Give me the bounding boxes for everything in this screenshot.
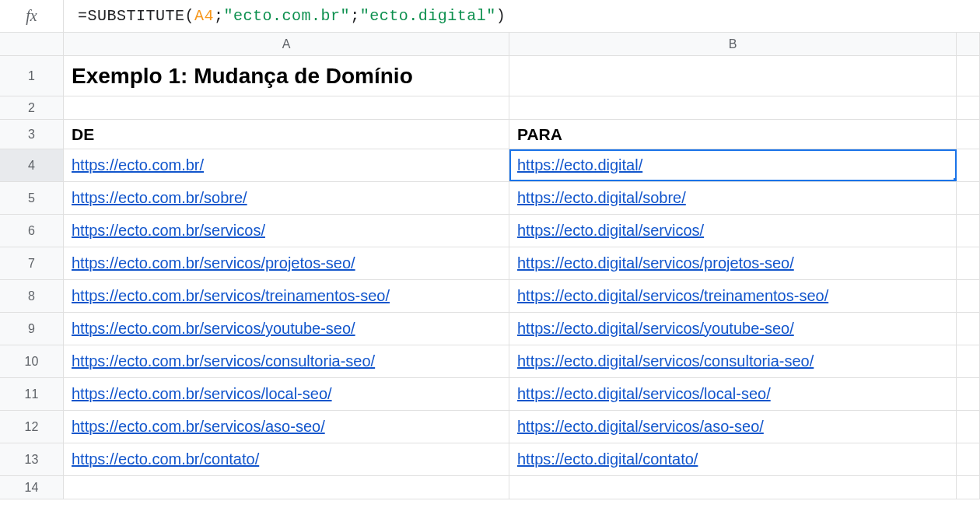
cell-a9[interactable]: https://ecto.com.br/servicos/youtube-seo…: [64, 313, 509, 345]
cell-c2[interactable]: [957, 96, 980, 119]
row-header-13[interactable]: 13: [0, 443, 64, 475]
table-row: 6https://ecto.com.br/servicos/https://ec…: [0, 215, 980, 247]
link[interactable]: https://ecto.com.br/servicos/: [72, 222, 265, 240]
cell-a5[interactable]: https://ecto.com.br/sobre/: [64, 182, 509, 214]
link[interactable]: https://ecto.com.br/servicos/aso-seo/: [72, 418, 325, 436]
cell-b9[interactable]: https://ecto.digital/servicos/youtube-se…: [509, 313, 957, 345]
cell-a14[interactable]: [64, 476, 509, 499]
spreadsheet-grid: A B 1 Exemplo 1: Mudança de Domínio 2 3 …: [0, 33, 980, 499]
link[interactable]: https://ecto.com.br/servicos/projetos-se…: [72, 254, 355, 272]
row-header-8[interactable]: 8: [0, 280, 64, 312]
cell-c4[interactable]: [957, 149, 980, 181]
table-row: 11https://ecto.com.br/servicos/local-seo…: [0, 378, 980, 411]
link[interactable]: https://ecto.com.br/servicos/local-seo/: [72, 385, 332, 403]
column-header-c[interactable]: [957, 33, 980, 55]
row-header-4[interactable]: 4: [0, 149, 64, 181]
cell-c6[interactable]: [957, 215, 980, 247]
link[interactable]: https://ecto.digital/: [517, 156, 642, 174]
link[interactable]: https://ecto.com.br/: [72, 156, 204, 174]
cell-b7[interactable]: https://ecto.digital/servicos/projetos-s…: [509, 247, 957, 279]
row-header-7[interactable]: 7: [0, 247, 64, 279]
table-row: 10https://ecto.com.br/servicos/consultor…: [0, 345, 980, 378]
formula-input[interactable]: =SUBSTITUTE(A4;"ecto.com.br";"ecto.digit…: [64, 7, 980, 25]
cell-c5[interactable]: [957, 182, 980, 214]
cell-c3[interactable]: [957, 120, 980, 149]
cell-a12[interactable]: https://ecto.com.br/servicos/aso-seo/: [64, 411, 509, 443]
cell-b6[interactable]: https://ecto.digital/servicos/: [509, 215, 957, 247]
cell-c1[interactable]: [957, 56, 980, 96]
formula-text: =SUBSTITUTE(A4;"ecto.com.br";"ecto.digit…: [78, 7, 506, 25]
table-row: 5https://ecto.com.br/sobre/https://ecto.…: [0, 182, 980, 215]
cell-c7[interactable]: [957, 247, 980, 279]
row-header-14[interactable]: 14: [0, 476, 64, 499]
link[interactable]: https://ecto.digital/servicos/local-seo/: [517, 385, 771, 403]
table-row: 14: [0, 476, 980, 499]
cell-b10[interactable]: https://ecto.digital/servicos/consultori…: [509, 345, 957, 377]
cell-b14[interactable]: [509, 476, 957, 499]
cell-a8[interactable]: https://ecto.com.br/servicos/treinamento…: [64, 280, 509, 312]
column-header-a[interactable]: A: [64, 33, 509, 55]
cell-c13[interactable]: [957, 443, 980, 475]
table-row: 7https://ecto.com.br/servicos/projetos-s…: [0, 247, 980, 280]
link[interactable]: https://ecto.digital/servicos/aso-seo/: [517, 418, 764, 436]
cell-b11[interactable]: https://ecto.digital/servicos/local-seo/: [509, 378, 957, 410]
cell-a11[interactable]: https://ecto.com.br/servicos/local-seo/: [64, 378, 509, 410]
link[interactable]: https://ecto.com.br/contato/: [72, 450, 259, 468]
cell-c14[interactable]: [957, 476, 980, 499]
cell-c11[interactable]: [957, 378, 980, 410]
table-row: 3 DE PARA: [0, 120, 980, 149]
table-row: 13https://ecto.com.br/contato/https://ec…: [0, 443, 980, 476]
cell-a3[interactable]: DE: [64, 120, 509, 149]
cell-b3[interactable]: PARA: [509, 120, 957, 149]
cell-b13[interactable]: https://ecto.digital/contato/: [509, 443, 957, 475]
link[interactable]: https://ecto.com.br/sobre/: [72, 189, 247, 207]
cell-c9[interactable]: [957, 313, 980, 345]
cell-a10[interactable]: https://ecto.com.br/servicos/consultoria…: [64, 345, 509, 377]
link[interactable]: https://ecto.digital/servicos/: [517, 222, 704, 240]
cell-b12[interactable]: https://ecto.digital/servicos/aso-seo/: [509, 411, 957, 443]
row-header-5[interactable]: 5: [0, 182, 64, 214]
table-row: 1 Exemplo 1: Mudança de Domínio: [0, 56, 980, 96]
cell-b8[interactable]: https://ecto.digital/servicos/treinament…: [509, 280, 957, 312]
cell-a1[interactable]: Exemplo 1: Mudança de Domínio: [64, 56, 509, 96]
formula-bar: fx =SUBSTITUTE(A4;"ecto.com.br";"ecto.di…: [0, 0, 980, 33]
table-row: 2: [0, 96, 980, 120]
link[interactable]: https://ecto.com.br/servicos/consultoria…: [72, 352, 375, 370]
select-all-corner[interactable]: [0, 33, 64, 55]
cell-a13[interactable]: https://ecto.com.br/contato/: [64, 443, 509, 475]
row-header-12[interactable]: 12: [0, 411, 64, 443]
column-headers: A B: [0, 33, 980, 56]
row-header-1[interactable]: 1: [0, 56, 64, 96]
table-row: 4https://ecto.com.br/https://ecto.digita…: [0, 149, 980, 182]
sheet-rows: 1 Exemplo 1: Mudança de Domínio 2 3 DE P…: [0, 56, 980, 499]
row-header-9[interactable]: 9: [0, 313, 64, 345]
link[interactable]: https://ecto.digital/contato/: [517, 450, 698, 468]
cell-a2[interactable]: [64, 96, 509, 119]
cell-b5[interactable]: https://ecto.digital/sobre/: [509, 182, 957, 214]
cell-b2[interactable]: [509, 96, 957, 119]
fx-icon: fx: [0, 0, 64, 32]
link[interactable]: https://ecto.digital/servicos/projetos-s…: [517, 254, 794, 272]
link[interactable]: https://ecto.digital/servicos/consultori…: [517, 352, 814, 370]
link[interactable]: https://ecto.digital/servicos/youtube-se…: [517, 320, 794, 338]
table-row: 8https://ecto.com.br/servicos/treinament…: [0, 280, 980, 313]
cell-a7[interactable]: https://ecto.com.br/servicos/projetos-se…: [64, 247, 509, 279]
row-header-6[interactable]: 6: [0, 215, 64, 247]
cell-c10[interactable]: [957, 345, 980, 377]
link[interactable]: https://ecto.com.br/servicos/treinamento…: [72, 287, 390, 305]
row-header-2[interactable]: 2: [0, 96, 64, 119]
column-header-b[interactable]: B: [509, 33, 957, 55]
link[interactable]: https://ecto.digital/sobre/: [517, 189, 686, 207]
cell-a6[interactable]: https://ecto.com.br/servicos/: [64, 215, 509, 247]
row-header-11[interactable]: 11: [0, 378, 64, 410]
row-header-10[interactable]: 10: [0, 345, 64, 377]
cell-c12[interactable]: [957, 411, 980, 443]
link[interactable]: https://ecto.com.br/servicos/youtube-seo…: [72, 320, 355, 338]
link[interactable]: https://ecto.digital/servicos/treinament…: [517, 287, 828, 305]
table-row: 9https://ecto.com.br/servicos/youtube-se…: [0, 313, 980, 345]
cell-b1[interactable]: [509, 56, 957, 96]
cell-c8[interactable]: [957, 280, 980, 312]
row-header-3[interactable]: 3: [0, 120, 64, 149]
cell-a4[interactable]: https://ecto.com.br/: [64, 149, 509, 181]
cell-b4[interactable]: https://ecto.digital/: [509, 149, 957, 181]
